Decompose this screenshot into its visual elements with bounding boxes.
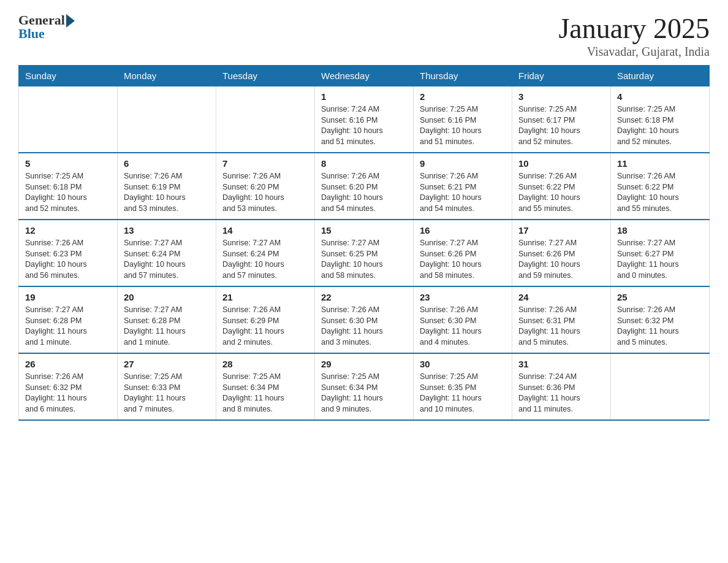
day-info: Sunrise: 7:27 AM Sunset: 6:26 PM Dayligh… bbox=[420, 238, 506, 281]
day-number: 14 bbox=[222, 225, 308, 236]
weekday-header-sunday: Sunday bbox=[19, 66, 118, 86]
day-number: 6 bbox=[124, 158, 210, 169]
day-number: 12 bbox=[25, 225, 111, 236]
day-number: 11 bbox=[617, 158, 703, 169]
calendar-cell: 13Sunrise: 7:27 AM Sunset: 6:24 PM Dayli… bbox=[118, 220, 216, 286]
calendar-cell: 1Sunrise: 7:24 AM Sunset: 6:16 PM Daylig… bbox=[315, 86, 414, 153]
calendar-cell: 31Sunrise: 7:24 AM Sunset: 6:36 PM Dayli… bbox=[512, 353, 611, 420]
day-number: 29 bbox=[321, 359, 407, 369]
month-title: January 2025 bbox=[558, 12, 710, 45]
weekday-header-thursday: Thursday bbox=[414, 66, 512, 86]
day-info: Sunrise: 7:27 AM Sunset: 6:24 PM Dayligh… bbox=[222, 238, 308, 281]
logo: General Blue bbox=[18, 12, 75, 42]
weekday-header-saturday: Saturday bbox=[611, 66, 710, 86]
day-number: 24 bbox=[518, 292, 604, 302]
day-info: Sunrise: 7:27 AM Sunset: 6:28 PM Dayligh… bbox=[124, 305, 210, 348]
day-number: 1 bbox=[321, 91, 407, 102]
calendar-cell: 15Sunrise: 7:27 AM Sunset: 6:25 PM Dayli… bbox=[315, 220, 414, 286]
day-number: 26 bbox=[25, 359, 111, 369]
day-info: Sunrise: 7:25 AM Sunset: 6:18 PM Dayligh… bbox=[25, 171, 111, 214]
calendar-cell: 2Sunrise: 7:25 AM Sunset: 6:16 PM Daylig… bbox=[414, 86, 512, 153]
day-info: Sunrise: 7:26 AM Sunset: 6:30 PM Dayligh… bbox=[321, 305, 407, 348]
calendar-cell: 25Sunrise: 7:26 AM Sunset: 6:32 PM Dayli… bbox=[611, 286, 710, 353]
weekday-header-monday: Monday bbox=[118, 66, 216, 86]
calendar-cell: 23Sunrise: 7:26 AM Sunset: 6:30 PM Dayli… bbox=[414, 286, 512, 353]
day-number: 5 bbox=[25, 158, 111, 169]
calendar-body: 1Sunrise: 7:24 AM Sunset: 6:16 PM Daylig… bbox=[19, 86, 710, 421]
calendar-week-1: 1Sunrise: 7:24 AM Sunset: 6:16 PM Daylig… bbox=[19, 86, 710, 153]
day-info: Sunrise: 7:25 AM Sunset: 6:16 PM Dayligh… bbox=[420, 104, 506, 147]
day-info: Sunrise: 7:24 AM Sunset: 6:36 PM Dayligh… bbox=[518, 372, 604, 415]
day-info: Sunrise: 7:26 AM Sunset: 6:20 PM Dayligh… bbox=[321, 171, 407, 214]
day-number: 17 bbox=[518, 225, 604, 236]
calendar-cell: 28Sunrise: 7:25 AM Sunset: 6:34 PM Dayli… bbox=[216, 353, 315, 420]
calendar-cell: 21Sunrise: 7:26 AM Sunset: 6:29 PM Dayli… bbox=[216, 286, 315, 353]
day-number: 13 bbox=[124, 225, 210, 236]
calendar-table: SundayMondayTuesdayWednesdayThursdayFrid… bbox=[18, 65, 710, 421]
day-info: Sunrise: 7:27 AM Sunset: 6:28 PM Dayligh… bbox=[25, 305, 111, 348]
day-number: 10 bbox=[518, 158, 604, 169]
calendar-cell: 3Sunrise: 7:25 AM Sunset: 6:17 PM Daylig… bbox=[512, 86, 611, 153]
weekday-header-tuesday: Tuesday bbox=[216, 66, 315, 86]
weekday-header-row: SundayMondayTuesdayWednesdayThursdayFrid… bbox=[19, 66, 710, 86]
day-info: Sunrise: 7:25 AM Sunset: 6:17 PM Dayligh… bbox=[518, 104, 604, 147]
day-info: Sunrise: 7:25 AM Sunset: 6:34 PM Dayligh… bbox=[321, 372, 407, 415]
day-info: Sunrise: 7:27 AM Sunset: 6:27 PM Dayligh… bbox=[617, 238, 703, 281]
calendar-cell: 9Sunrise: 7:26 AM Sunset: 6:21 PM Daylig… bbox=[414, 153, 512, 220]
calendar-header: SundayMondayTuesdayWednesdayThursdayFrid… bbox=[19, 66, 710, 86]
calendar-cell: 16Sunrise: 7:27 AM Sunset: 6:26 PM Dayli… bbox=[414, 220, 512, 286]
weekday-header-wednesday: Wednesday bbox=[315, 66, 414, 86]
day-number: 15 bbox=[321, 225, 407, 236]
calendar-cell: 10Sunrise: 7:26 AM Sunset: 6:22 PM Dayli… bbox=[512, 153, 611, 220]
day-info: Sunrise: 7:27 AM Sunset: 6:26 PM Dayligh… bbox=[518, 238, 604, 281]
day-info: Sunrise: 7:26 AM Sunset: 6:21 PM Dayligh… bbox=[420, 171, 506, 214]
day-info: Sunrise: 7:26 AM Sunset: 6:30 PM Dayligh… bbox=[420, 305, 506, 348]
day-number: 2 bbox=[420, 91, 506, 102]
day-info: Sunrise: 7:27 AM Sunset: 6:24 PM Dayligh… bbox=[124, 238, 210, 281]
day-number: 19 bbox=[25, 292, 111, 302]
day-number: 16 bbox=[420, 225, 506, 236]
day-info: Sunrise: 7:26 AM Sunset: 6:20 PM Dayligh… bbox=[222, 171, 308, 214]
day-number: 23 bbox=[420, 292, 506, 302]
day-info: Sunrise: 7:26 AM Sunset: 6:29 PM Dayligh… bbox=[222, 305, 308, 348]
calendar-cell: 19Sunrise: 7:27 AM Sunset: 6:28 PM Dayli… bbox=[19, 286, 118, 353]
day-info: Sunrise: 7:26 AM Sunset: 6:31 PM Dayligh… bbox=[518, 305, 604, 348]
day-info: Sunrise: 7:26 AM Sunset: 6:32 PM Dayligh… bbox=[25, 372, 111, 415]
calendar-cell: 26Sunrise: 7:26 AM Sunset: 6:32 PM Dayli… bbox=[19, 353, 118, 420]
calendar-cell: 29Sunrise: 7:25 AM Sunset: 6:34 PM Dayli… bbox=[315, 353, 414, 420]
calendar-cell: 4Sunrise: 7:25 AM Sunset: 6:18 PM Daylig… bbox=[611, 86, 710, 153]
calendar-week-3: 12Sunrise: 7:26 AM Sunset: 6:23 PM Dayli… bbox=[19, 220, 710, 286]
calendar-cell: 27Sunrise: 7:25 AM Sunset: 6:33 PM Dayli… bbox=[118, 353, 216, 420]
title-block: January 2025 Visavadar, Gujarat, India bbox=[558, 12, 710, 59]
calendar-cell: 12Sunrise: 7:26 AM Sunset: 6:23 PM Dayli… bbox=[19, 220, 118, 286]
calendar-week-2: 5Sunrise: 7:25 AM Sunset: 6:18 PM Daylig… bbox=[19, 153, 710, 220]
day-number: 28 bbox=[222, 359, 308, 369]
calendar-cell bbox=[118, 86, 216, 153]
day-number: 3 bbox=[518, 91, 604, 102]
day-number: 30 bbox=[420, 359, 506, 369]
calendar-cell bbox=[19, 86, 118, 153]
weekday-header-friday: Friday bbox=[512, 66, 611, 86]
calendar-cell: 6Sunrise: 7:26 AM Sunset: 6:19 PM Daylig… bbox=[118, 153, 216, 220]
calendar-week-4: 19Sunrise: 7:27 AM Sunset: 6:28 PM Dayli… bbox=[19, 286, 710, 353]
day-info: Sunrise: 7:26 AM Sunset: 6:22 PM Dayligh… bbox=[518, 171, 604, 214]
day-number: 7 bbox=[222, 158, 308, 169]
day-info: Sunrise: 7:25 AM Sunset: 6:34 PM Dayligh… bbox=[222, 372, 308, 415]
calendar-cell: 18Sunrise: 7:27 AM Sunset: 6:27 PM Dayli… bbox=[611, 220, 710, 286]
day-number: 21 bbox=[222, 292, 308, 302]
page-header: General Blue January 2025 Visavadar, Guj… bbox=[18, 12, 710, 59]
calendar-cell: 14Sunrise: 7:27 AM Sunset: 6:24 PM Dayli… bbox=[216, 220, 315, 286]
day-number: 8 bbox=[321, 158, 407, 169]
calendar-cell: 30Sunrise: 7:25 AM Sunset: 6:35 PM Dayli… bbox=[414, 353, 512, 420]
day-number: 4 bbox=[617, 91, 703, 102]
calendar-cell: 11Sunrise: 7:26 AM Sunset: 6:22 PM Dayli… bbox=[611, 153, 710, 220]
calendar-cell: 20Sunrise: 7:27 AM Sunset: 6:28 PM Dayli… bbox=[118, 286, 216, 353]
calendar-cell: 7Sunrise: 7:26 AM Sunset: 6:20 PM Daylig… bbox=[216, 153, 315, 220]
day-info: Sunrise: 7:26 AM Sunset: 6:19 PM Dayligh… bbox=[124, 171, 210, 214]
day-number: 20 bbox=[124, 292, 210, 302]
calendar-cell: 5Sunrise: 7:25 AM Sunset: 6:18 PM Daylig… bbox=[19, 153, 118, 220]
day-number: 27 bbox=[124, 359, 210, 369]
day-info: Sunrise: 7:26 AM Sunset: 6:23 PM Dayligh… bbox=[25, 238, 111, 281]
calendar-cell: 22Sunrise: 7:26 AM Sunset: 6:30 PM Dayli… bbox=[315, 286, 414, 353]
day-info: Sunrise: 7:26 AM Sunset: 6:32 PM Dayligh… bbox=[617, 305, 703, 348]
